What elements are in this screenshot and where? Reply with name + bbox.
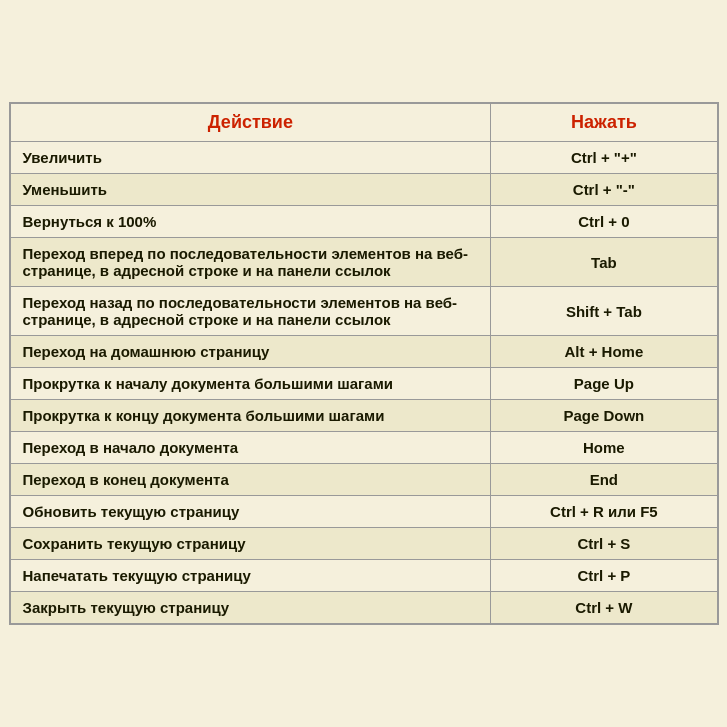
cell-key: Ctrl + W [491, 592, 717, 624]
cell-action: Увеличить [10, 142, 491, 174]
cell-key: Page Down [491, 400, 717, 432]
cell-key: Ctrl + P [491, 560, 717, 592]
cell-action: Переход вперед по последовательности эле… [10, 238, 491, 287]
cell-action: Переход в начало документа [10, 432, 491, 464]
table-row: Прокрутка к концу документа большими шаг… [10, 400, 717, 432]
table-row: Напечатать текущую страницуCtrl + P [10, 560, 717, 592]
cell-key: Ctrl + "+" [491, 142, 717, 174]
cell-action: Обновить текущую страницу [10, 496, 491, 528]
cell-action: Вернуться к 100% [10, 206, 491, 238]
header-key: Нажать [491, 104, 717, 142]
cell-key: End [491, 464, 717, 496]
table-row: Прокрутка к началу документа большими ша… [10, 368, 717, 400]
table-row: Обновить текущую страницуCtrl + R или F5 [10, 496, 717, 528]
table-row: Вернуться к 100%Ctrl + 0 [10, 206, 717, 238]
cell-action: Прокрутка к началу документа большими ша… [10, 368, 491, 400]
shortcuts-table: Действие Нажать УвеличитьCtrl + "+"Умень… [10, 103, 718, 624]
table-row: Переход вперед по последовательности эле… [10, 238, 717, 287]
cell-action: Переход в конец документа [10, 464, 491, 496]
cell-key: Tab [491, 238, 717, 287]
table-row: Сохранить текущую страницуCtrl + S [10, 528, 717, 560]
cell-action: Переход на домашнюю страницу [10, 336, 491, 368]
cell-action: Напечатать текущую страницу [10, 560, 491, 592]
cell-key: Alt + Home [491, 336, 717, 368]
cell-action: Сохранить текущую страницу [10, 528, 491, 560]
cell-key: Ctrl + R или F5 [491, 496, 717, 528]
cell-action: Переход назад по последовательности элем… [10, 287, 491, 336]
cell-key: Page Up [491, 368, 717, 400]
table-row: Переход в конец документаEnd [10, 464, 717, 496]
cell-key: Ctrl + S [491, 528, 717, 560]
table-header-row: Действие Нажать [10, 104, 717, 142]
table-row: Закрыть текущую страницуCtrl + W [10, 592, 717, 624]
table-row: УменьшитьCtrl + "-" [10, 174, 717, 206]
table-row: Переход на домашнюю страницуAlt + Home [10, 336, 717, 368]
cell-key: Home [491, 432, 717, 464]
shortcuts-table-container: Действие Нажать УвеличитьCtrl + "+"Умень… [9, 102, 719, 625]
table-row: Переход назад по последовательности элем… [10, 287, 717, 336]
cell-action: Прокрутка к концу документа большими шаг… [10, 400, 491, 432]
cell-key: Ctrl + "-" [491, 174, 717, 206]
cell-key: Ctrl + 0 [491, 206, 717, 238]
table-row: УвеличитьCtrl + "+" [10, 142, 717, 174]
cell-action: Закрыть текущую страницу [10, 592, 491, 624]
cell-key: Shift + Tab [491, 287, 717, 336]
header-action: Действие [10, 104, 491, 142]
table-row: Переход в начало документаHome [10, 432, 717, 464]
cell-action: Уменьшить [10, 174, 491, 206]
